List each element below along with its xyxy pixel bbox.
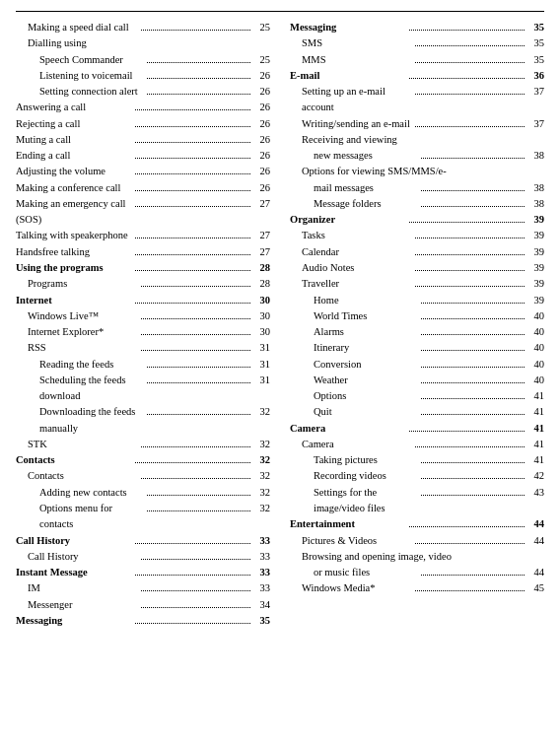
toc-entry: Rejecting a call26 (16, 116, 270, 132)
toc-entry: Tasks39 (290, 228, 544, 243)
toc-entry: Weather40 (290, 373, 544, 388)
toc-entry-label: Adding new contacts (16, 485, 145, 501)
toc-entry-page: 32 (252, 437, 270, 452)
toc-entry: World Times40 (290, 308, 544, 324)
page-header (16, 8, 544, 12)
toc-entry: Reading the feeds31 (16, 357, 270, 373)
toc-entry: Messenger34 (16, 597, 270, 613)
toc-dots (421, 575, 525, 576)
toc-entry-label: Camera (290, 437, 413, 452)
toc-entry: RSS31 (16, 340, 270, 356)
toc-entry-page: 26 (252, 84, 270, 100)
toc-dots (421, 462, 525, 463)
toc-entry: Camera41 (290, 437, 544, 452)
toc-entry-page: 38 (526, 180, 544, 196)
toc-entry-label: Camera (290, 421, 407, 437)
toc-entry-page: 40 (526, 357, 544, 373)
toc-dots (135, 158, 250, 159)
toc-entry-label: Organizer (290, 212, 407, 228)
toc-entry-label: Entertainment (290, 516, 407, 532)
toc-entry: Writing/sending an e-mail37 (290, 116, 544, 132)
toc-entry: Traveller39 (290, 276, 544, 292)
toc-entry: Messaging35 (16, 613, 270, 629)
toc-dots (147, 495, 250, 496)
toc-entry-page: 26 (252, 180, 270, 196)
toc-entry-label: Rejecting a call (16, 116, 133, 132)
toc-entry-page: 39 (526, 212, 544, 228)
toc-entry-label: Weather (290, 373, 419, 388)
toc-entry-label: Adjusting the volume (16, 164, 133, 179)
toc-entry: new messages38 (290, 148, 544, 164)
toc-entry-label: Traveller (290, 276, 413, 292)
toc-entry: Making a speed dial call25 (16, 20, 270, 35)
toc-dots (421, 367, 525, 368)
toc-entry: Entertainment44 (290, 516, 544, 532)
toc-entry-label: Quit (290, 404, 419, 420)
toc-entry-page: 32 (252, 452, 270, 468)
toc-entry-label: Call History (16, 549, 139, 565)
toc-entry-page: 28 (252, 276, 270, 292)
toc-entry-page: 41 (526, 437, 544, 452)
toc-entry-label: Muting a call (16, 132, 133, 148)
toc-entry-label: World Times (290, 308, 419, 324)
toc-entry: or music files44 (290, 565, 544, 580)
toc-dots (421, 495, 525, 496)
toc-right-column: Messaging35SMS35MMS35E-mail36Setting up … (290, 20, 544, 629)
toc-dots (135, 173, 250, 174)
toc-dots (141, 590, 250, 591)
toc-dots (421, 318, 525, 319)
toc-dots (135, 575, 250, 576)
toc-dots (409, 78, 525, 79)
toc-entry-label: Contacts (16, 468, 139, 484)
toc-entry-label: Using the programs (16, 260, 133, 276)
toc-entry: Muting a call26 (16, 132, 270, 148)
toc-entry: Contacts32 (16, 452, 270, 468)
toc-entry-label: Itinerary (290, 340, 419, 356)
toc-entry: Downloading the feeds manually32 (16, 404, 270, 437)
toc-entry-label: Recording videos (290, 468, 419, 484)
toc-dots (147, 367, 250, 368)
toc-dots (141, 30, 250, 31)
toc-entry-page: 40 (526, 308, 544, 324)
toc-entry-label: RSS (16, 340, 139, 356)
toc-entry-label: new messages (290, 148, 419, 164)
toc-entry: mail messages38 (290, 180, 544, 196)
toc-entry-label: Pictures & Videos (290, 533, 413, 549)
toc-dots (421, 190, 525, 191)
toc-entry-page: 34 (252, 597, 270, 613)
toc-dots (135, 126, 250, 127)
toc-entry-page: 26 (252, 116, 270, 132)
toc-dots (141, 286, 250, 287)
toc-entry: Making an emergency call (SOS)27 (16, 196, 270, 229)
toc-entry-page: 33 (252, 565, 270, 580)
toc-entry-page: 26 (252, 100, 270, 115)
toc-entry-page: 40 (526, 340, 544, 356)
toc-entry-label: Listening to voicemail (16, 68, 145, 84)
toc-dots (421, 334, 525, 335)
toc-entry-page: 25 (252, 52, 270, 68)
toc-entry-page: 35 (526, 52, 544, 68)
toc-dots (147, 62, 250, 63)
toc-entry-page: 37 (526, 116, 544, 132)
toc-entry: Listening to voicemail26 (16, 68, 270, 84)
toc-entry: Messaging35 (290, 20, 544, 35)
toc-dots (147, 414, 250, 415)
toc-dots (135, 303, 250, 304)
toc-entry: Dialling using (16, 35, 270, 51)
toc-dots (141, 607, 250, 608)
toc-entry-label: Options (290, 388, 419, 404)
toc-dots (415, 270, 525, 271)
toc-entry: Call History33 (16, 533, 270, 549)
toc-dots (141, 559, 250, 560)
toc-entry-label: Options for viewing SMS/MMS/e- (290, 164, 544, 179)
toc-entry-page: 44 (526, 516, 544, 532)
toc-entry-label: IM (16, 580, 139, 596)
toc-entry-label: Home (290, 293, 419, 308)
toc-entry-label: Options menu for contacts (16, 501, 145, 533)
toc-entry-page: 41 (526, 421, 544, 437)
toc-entry-page: 32 (252, 501, 270, 516)
toc-entry: STK32 (16, 437, 270, 452)
toc-entry-label: Internet Explorer* (16, 324, 139, 340)
toc-entry: Scheduling the feeds download31 (16, 373, 270, 405)
toc-entry: Instant Message33 (16, 565, 270, 580)
